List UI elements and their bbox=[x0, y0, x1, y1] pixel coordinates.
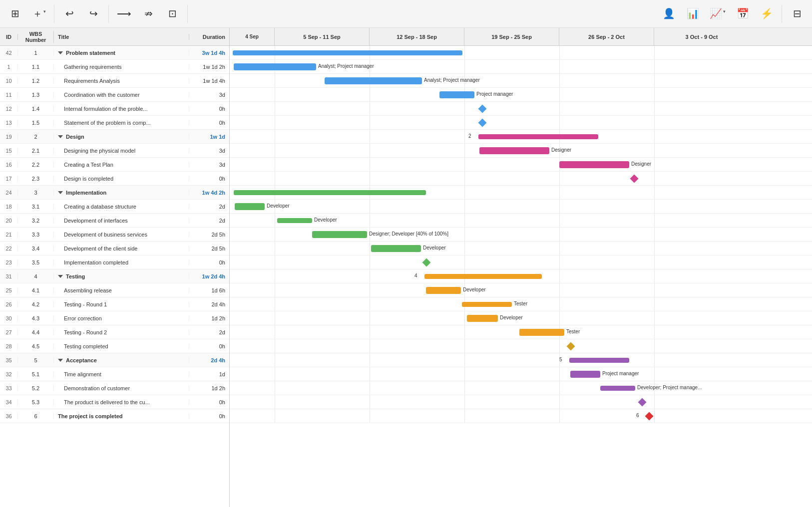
table-row[interactable]: 12 1.4 Internal formulation of the probl… bbox=[0, 102, 229, 116]
baseline-button[interactable]: 📈 ▾ bbox=[706, 6, 730, 21]
cell-wbs: 4.1 bbox=[18, 287, 54, 293]
disconnect-button[interactable]: ⇏ bbox=[137, 6, 159, 21]
cell-id: 17 bbox=[0, 176, 18, 182]
cell-id: 27 bbox=[0, 329, 18, 335]
cell-wbs: 2 bbox=[18, 134, 54, 140]
bar-label: 2 bbox=[468, 133, 471, 139]
gantt-row: Developer bbox=[230, 283, 812, 297]
table-row[interactable]: 16 2.2 Creating a Test Plan 3d bbox=[0, 158, 229, 172]
cell-id: 28 bbox=[0, 343, 18, 349]
cell-duration: 1w 1d 4h bbox=[189, 78, 229, 84]
gantt-bar bbox=[478, 134, 598, 139]
table-row[interactable]: 31 4 Testing 1w 2d 4h bbox=[0, 269, 229, 283]
connect-icon: ⟶ bbox=[117, 8, 131, 18]
cell-wbs: 4 bbox=[18, 273, 54, 279]
header-wbs: WBS Number bbox=[18, 31, 54, 43]
table-row[interactable]: 26 4.2 Testing - Round 1 2d 4h bbox=[0, 297, 229, 311]
table-row[interactable]: 24 3 Implementation 1w 4d 2h bbox=[0, 186, 229, 200]
view-button[interactable]: ⊞ bbox=[4, 6, 26, 21]
cell-wbs: 2.2 bbox=[18, 162, 54, 168]
table-row[interactable]: 28 4.5 Testing completed 0h bbox=[0, 339, 229, 353]
period-6: 3 Oct - 9 Oct bbox=[654, 28, 749, 45]
gantt-row: 1 bbox=[230, 46, 812, 60]
gantt-bar bbox=[600, 386, 635, 391]
redo-button[interactable]: ↪ bbox=[82, 6, 104, 21]
cell-wbs: 2.1 bbox=[18, 148, 54, 154]
gantt-panel[interactable]: 4 Sep 5 Sep - 11 Sep 12 Sep - 18 Sep 19 … bbox=[230, 28, 812, 507]
cell-id: 19 bbox=[0, 134, 18, 140]
table-row[interactable]: 25 4.1 Assembling release 1d 6h bbox=[0, 283, 229, 297]
table-row[interactable]: 19 2 Design 1w 1d bbox=[0, 130, 229, 144]
table-row[interactable]: 32 5.1 Time alignment 1d bbox=[0, 367, 229, 381]
baseline-icon: 📈 bbox=[710, 8, 722, 18]
cell-id: 35 bbox=[0, 357, 18, 363]
table-row[interactable]: 27 4.4 Testing - Round 2 2d bbox=[0, 325, 229, 339]
cell-wbs: 1.5 bbox=[18, 120, 54, 126]
table-row[interactable]: 15 2.1 Designing the physical model 3d bbox=[0, 144, 229, 158]
gantt-row: 3 bbox=[230, 186, 812, 200]
cell-duration: 3w 1d 4h bbox=[189, 50, 229, 56]
add-button[interactable]: ＋ ▾ bbox=[28, 6, 50, 21]
gantt-container: 4 Sep 5 Sep - 11 Sep 12 Sep - 18 Sep 19 … bbox=[230, 28, 812, 423]
gantt-row: Analyst; Project manager bbox=[230, 74, 812, 88]
cell-title: Testing bbox=[54, 273, 189, 279]
table-row[interactable]: 18 3.1 Creating a database structure 2d bbox=[0, 200, 229, 214]
table-row[interactable]: 42 1 Problem statement 3w 1d 4h bbox=[0, 46, 229, 60]
cell-wbs: 3.3 bbox=[18, 232, 54, 238]
gantt-bar bbox=[277, 218, 312, 223]
cell-duration: 2d bbox=[189, 329, 229, 335]
calendar-button[interactable]: 📅 bbox=[732, 6, 754, 21]
gantt-row: 2 bbox=[230, 130, 812, 144]
gantt-row: Developer bbox=[230, 200, 812, 214]
table-row[interactable]: 1 1.1 Gathering requirements 1w 1d 2h bbox=[0, 60, 229, 74]
cell-wbs: 5.1 bbox=[18, 371, 54, 377]
cell-id: 23 bbox=[0, 259, 18, 265]
gantt-row: Designer bbox=[230, 144, 812, 158]
cell-id: 36 bbox=[0, 413, 18, 419]
cell-duration: 1w 1d bbox=[189, 134, 229, 140]
table-row[interactable]: 36 6 The project is completed 0h bbox=[0, 409, 229, 423]
set-baseline-button[interactable]: 📊 bbox=[682, 6, 704, 21]
wbs-table[interactable]: ID WBS Number Title Duration 42 1 Proble… bbox=[0, 28, 230, 507]
table-row[interactable]: 35 5 Acceptance 2d 4h bbox=[0, 353, 229, 367]
resources-button[interactable]: 👤 bbox=[658, 6, 680, 21]
divider-4 bbox=[782, 5, 782, 23]
cell-id: 25 bbox=[0, 287, 18, 293]
cell-wbs: 3.1 bbox=[18, 204, 54, 210]
table-row[interactable]: 13 1.5 Statement of the problem is comp.… bbox=[0, 116, 229, 130]
cell-wbs: 5.2 bbox=[18, 385, 54, 391]
gantt-bar bbox=[467, 315, 498, 322]
gantt-milestone bbox=[630, 175, 639, 183]
critical-path-button[interactable]: ⚡ bbox=[756, 6, 778, 21]
cell-wbs: 3.4 bbox=[18, 246, 54, 252]
group-button[interactable]: ⊡ bbox=[161, 6, 183, 21]
table-row[interactable]: 34 5.3 The product is delivered to the c… bbox=[0, 395, 229, 409]
divider-2 bbox=[108, 5, 109, 23]
gantt-bar bbox=[569, 358, 629, 363]
table-row[interactable]: 21 3.3 Development of business services … bbox=[0, 228, 229, 242]
bar-label: Tester bbox=[566, 329, 580, 334]
undo-button[interactable]: ↩ bbox=[58, 6, 80, 21]
table-row[interactable]: 20 3.2 Development of interfaces 2d bbox=[0, 214, 229, 228]
table-row[interactable]: 11 1.3 Coordination with the customer 3d bbox=[0, 88, 229, 102]
table-row[interactable]: 22 3.4 Development of the client side 2d… bbox=[0, 242, 229, 255]
table-row[interactable]: 23 3.5 Implementation completed 0h bbox=[0, 255, 229, 269]
cell-duration: 1w 2d 4h bbox=[189, 273, 229, 279]
cell-title: Internal formulation of the proble... bbox=[54, 106, 189, 112]
table-row[interactable]: 17 2.3 Design is completed 0h bbox=[0, 172, 229, 186]
gantt-row bbox=[230, 102, 812, 116]
connect-button[interactable]: ⟶ bbox=[113, 6, 135, 21]
table-row[interactable]: 30 4.3 Error correction 1d 2h bbox=[0, 311, 229, 325]
period-5: 26 Sep - 2 Oct bbox=[559, 28, 654, 45]
table-row[interactable]: 10 1.2 Requirements Analysis 1w 1d 4h bbox=[0, 74, 229, 88]
gantt-row: 4 bbox=[230, 269, 812, 283]
gantt-bar bbox=[325, 77, 422, 84]
gantt-row bbox=[230, 255, 812, 269]
bar-label: Analyst; Project manager bbox=[318, 63, 374, 69]
cell-duration: 2d 4h bbox=[189, 301, 229, 307]
table-row[interactable]: 33 5.2 Demonstration of customer 1d 2h bbox=[0, 381, 229, 395]
cell-wbs: 1.1 bbox=[18, 64, 54, 70]
inspectors-button[interactable]: ⊟ bbox=[786, 6, 808, 21]
cell-duration: 0h bbox=[189, 120, 229, 126]
bar-label: Developer bbox=[500, 315, 523, 320]
